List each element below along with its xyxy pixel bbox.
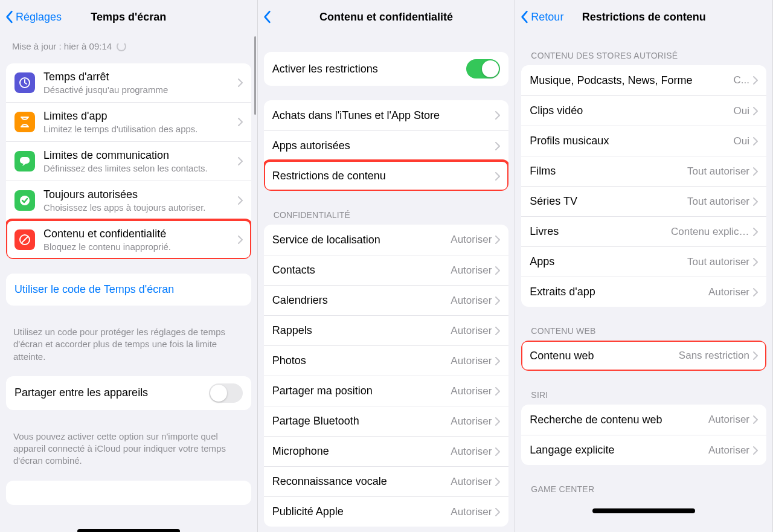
share-toggle[interactable]: [209, 383, 243, 403]
row-app-limits[interactable]: Limites d'app Limitez le temps d'utilisa…: [6, 102, 251, 141]
row-always-allowed[interactable]: Toujours autorisées Choisissez les apps …: [6, 181, 251, 220]
row-value: Autoriser: [451, 385, 492, 397]
enable-toggle[interactable]: [466, 59, 500, 79]
home-indicator: [515, 499, 772, 522]
panel-content-restrictions: Retour Restrictions de contenu Contenu d…: [515, 0, 773, 532]
list-row[interactable]: CalendriersAutoriser: [264, 285, 509, 315]
list-row[interactable]: Musique, Podcasts, News, FormeC...: [521, 65, 766, 95]
partial-group: [6, 481, 251, 505]
chevron-right-icon: [238, 118, 243, 126]
use-code-link[interactable]: Utiliser le code de Temps d'écran: [6, 274, 251, 306]
list-row[interactable]: Clips vidéoOui: [521, 95, 766, 126]
row-title: Langage explicite: [530, 444, 708, 457]
list-row[interactable]: Contenu webSans restriction: [521, 341, 766, 371]
list-row[interactable]: Publicité AppleAutoriser: [264, 496, 509, 527]
list-row[interactable]: Service de localisationAutoriser: [264, 225, 509, 255]
row-title: Service de localisation: [272, 234, 451, 246]
page-title: Contenu et confidentialité: [258, 11, 515, 24]
row-title: Partage Bluetooth: [272, 415, 451, 428]
row-title: Restrictions de contenu: [272, 170, 496, 182]
row-content-restrictions[interactable]: Restrictions de contenu: [264, 161, 509, 191]
svg-line-4: [22, 237, 28, 243]
row-title: Calendriers: [272, 294, 451, 307]
nav-bar: Réglages Temps d'écran: [0, 0, 257, 34]
code-footer: Utilisez un code pour protéger les régla…: [0, 320, 257, 376]
row-value: Autoriser: [451, 264, 492, 277]
list-row[interactable]: Séries TVTout autoriser: [521, 186, 766, 216]
check-badge-icon: [14, 190, 35, 211]
row-itunes-purchases[interactable]: Achats dans l'iTunes et l'App Store: [264, 100, 509, 130]
row-title: Rappels: [272, 324, 451, 337]
row-title: Activer les restrictions: [272, 63, 467, 75]
row-title: Apps autorisées: [272, 139, 496, 152]
list-row[interactable]: Langage expliciteAutoriser: [521, 435, 766, 465]
row-subtitle: Limitez le temps d'utilisation des apps.: [43, 124, 238, 134]
chevron-right-icon: [495, 447, 500, 456]
back-button[interactable]: [263, 10, 274, 24]
chevron-right-icon: [753, 258, 758, 266]
list-row[interactable]: Profils musicauxOui: [521, 126, 766, 156]
section1-group: Achats dans l'iTunes et l'App Store Apps…: [264, 100, 509, 191]
nav-bar: Retour Restrictions de contenu: [515, 0, 772, 34]
back-button[interactable]: Retour: [520, 10, 563, 24]
chevron-right-icon: [495, 387, 500, 396]
chevron-right-icon: [495, 417, 500, 426]
chevron-right-icon: [753, 76, 758, 85]
row-value: Contenu explicite: [671, 226, 749, 238]
row-title: Profils musicaux: [530, 135, 733, 147]
chevron-right-icon: [495, 508, 500, 516]
list-row[interactable]: ContactsAutoriser: [264, 255, 509, 285]
row-value: Tout autoriser: [687, 165, 749, 178]
confidentiality-group: Service de localisationAutoriserContacts…: [264, 225, 509, 527]
list-row[interactable]: AppsTout autoriser: [521, 246, 766, 277]
chevron-right-icon: [495, 172, 500, 181]
chevron-right-icon: [753, 167, 758, 176]
row-value: Tout autoriser: [687, 256, 749, 268]
list-row[interactable]: Partage BluetoothAutoriser: [264, 406, 509, 436]
chevron-right-icon: [495, 142, 500, 150]
row-enable-restrictions[interactable]: Activer les restrictions: [264, 52, 509, 86]
list-row[interactable]: MicrophoneAutoriser: [264, 436, 509, 466]
share-group: Partager entre les appareils: [6, 376, 251, 410]
row-title: Extraits d'app: [530, 286, 708, 298]
screentime-group: Temps d'arrêt Désactivé jusqu'au program…: [6, 63, 251, 259]
list-row[interactable]: Reconnaissance vocaleAutoriser: [264, 466, 509, 496]
list-row[interactable]: Partager ma positionAutoriser: [264, 376, 509, 406]
chevron-right-icon: [753, 107, 758, 115]
list-row[interactable]: LivresContenu explicite: [521, 216, 766, 246]
row-value: Sans restriction: [679, 350, 749, 362]
status-line: Mise à jour : hier à 09:14: [0, 34, 257, 63]
row-title: Contenu et confidentialité: [43, 228, 238, 240]
list-row[interactable]: Extraits d'appAutoriser: [521, 277, 766, 307]
panel-screen-time: Réglages Temps d'écran Mise à jour : hie…: [0, 0, 258, 532]
chevron-right-icon: [753, 446, 758, 455]
row-subtitle: Désactivé jusqu'au programme: [43, 85, 238, 95]
panel-content-privacy: Contenu et confidentialité Activer les r…: [258, 0, 516, 532]
list-row[interactable]: PhotosAutoriser: [264, 345, 509, 376]
row-content-privacy[interactable]: Contenu et confidentialité Bloquez le co…: [6, 220, 251, 259]
row-title: Contenu web: [530, 350, 679, 362]
row-value: C...: [734, 74, 749, 86]
chevron-right-icon: [753, 351, 758, 360]
row-title: Achats dans l'iTunes et l'App Store: [272, 109, 496, 122]
list-row[interactable]: RappelsAutoriser: [264, 315, 509, 345]
row-value: Oui: [734, 135, 749, 147]
row-allowed-apps[interactable]: Apps autorisées: [264, 130, 509, 161]
chat-icon: [14, 151, 35, 171]
chevron-right-icon: [495, 236, 500, 244]
list-row[interactable]: Recherche de contenu webAutoriser: [521, 405, 766, 435]
row-title: Livres: [530, 225, 671, 238]
chevron-left-icon: [520, 10, 528, 24]
gamecenter-header: Game Center: [515, 479, 772, 499]
row-share-devices[interactable]: Partager entre les appareils: [6, 376, 251, 410]
siri-header: Siri: [515, 385, 772, 405]
hourglass-icon: [14, 112, 35, 132]
downtime-icon: [14, 72, 35, 93]
row-value: Autoriser: [451, 355, 492, 367]
chevron-right-icon: [495, 111, 500, 120]
list-row[interactable]: FilmsTout autoriser: [521, 156, 766, 186]
row-communication-limits[interactable]: Limites de communication Définissez des …: [6, 141, 251, 181]
confidentiality-header: Confidentialité: [258, 205, 515, 225]
row-downtime[interactable]: Temps d'arrêt Désactivé jusqu'au program…: [6, 63, 251, 102]
back-button[interactable]: Réglages: [5, 10, 62, 24]
